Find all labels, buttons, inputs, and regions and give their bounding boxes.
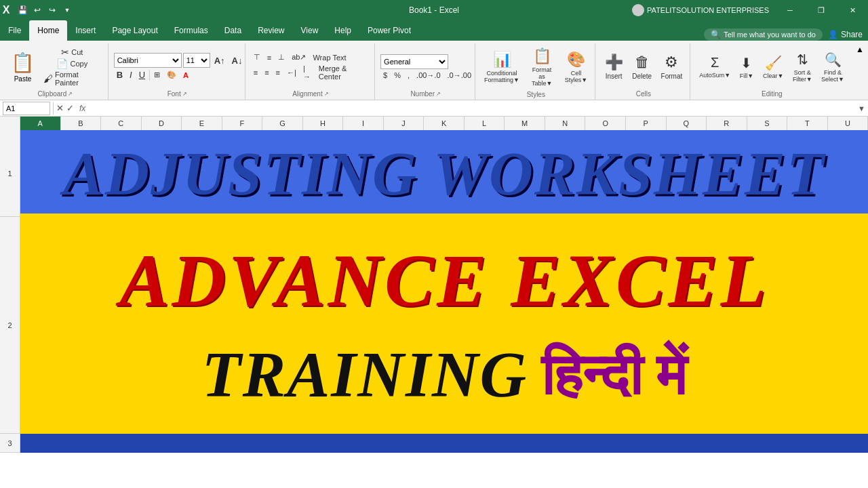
blue-banner-cell[interactable]: ADJUSTING WORKSHEET xyxy=(20,130,868,217)
conditional-formatting-button[interactable]: 📊 ConditionalFormatting▼ xyxy=(481,48,523,86)
tab-power-pivot[interactable]: Power Pivot xyxy=(359,20,419,41)
orientation-button[interactable]: ab↗ xyxy=(289,52,309,62)
format-painter-button[interactable]: 🖌 Format Painter xyxy=(41,70,104,87)
search-icon: 🔍 xyxy=(711,30,721,39)
align-center-button[interactable]: ≡ xyxy=(262,68,271,77)
font-expand-icon[interactable]: ↗ xyxy=(182,91,187,97)
col-header-o[interactable]: O xyxy=(585,117,626,130)
tab-view[interactable]: View xyxy=(293,20,327,41)
increase-decimal-button[interactable]: .0→.00 xyxy=(445,70,474,80)
col-header-m[interactable]: M xyxy=(505,117,545,130)
increase-indent-button[interactable]: |→ xyxy=(300,64,315,81)
cancel-formula-icon[interactable]: ✕ xyxy=(56,103,64,113)
col-header-d[interactable]: D xyxy=(142,117,182,130)
close-button[interactable]: ✕ xyxy=(837,1,868,20)
col-header-p[interactable]: P xyxy=(626,117,667,130)
col-header-u[interactable]: U xyxy=(828,117,868,130)
confirm-formula-icon[interactable]: ✓ xyxy=(66,103,74,113)
sort-filter-button[interactable]: ⇅ Sort &Filter▼ xyxy=(789,49,816,85)
font-name-select[interactable]: Calibri xyxy=(114,53,182,68)
decrease-decimal-button[interactable]: .00→.0 xyxy=(414,70,443,80)
copy-button[interactable]: 📄 Copy xyxy=(41,58,104,69)
decrease-indent-button[interactable]: ←| xyxy=(284,68,299,77)
align-right-button[interactable]: ≡ xyxy=(273,68,283,77)
align-top-button[interactable]: ⊤ xyxy=(251,52,263,62)
tab-file[interactable]: File xyxy=(0,20,29,41)
formula-expand-icon[interactable]: ▼ xyxy=(858,104,865,113)
format-table-button[interactable]: 📋 Format asTable▼ xyxy=(525,45,559,89)
share-button[interactable]: 👤 Share xyxy=(828,30,863,39)
tab-formulas[interactable]: Formulas xyxy=(166,20,216,41)
merge-center-button[interactable]: Merge & Center xyxy=(316,64,370,81)
insert-button[interactable]: ➕ Insert xyxy=(601,51,627,83)
decrease-font-button[interactable]: A↓ xyxy=(229,55,245,66)
blue-bottom-bar[interactable] xyxy=(20,434,868,453)
col-header-g[interactable]: G xyxy=(262,117,303,130)
col-header-k[interactable]: K xyxy=(424,117,465,130)
tab-insert[interactable]: Insert xyxy=(67,20,104,41)
align-left-button[interactable]: ≡ xyxy=(251,68,260,77)
clear-button[interactable]: 🧹 Clear▼ xyxy=(760,52,787,82)
col-header-j[interactable]: J xyxy=(384,117,425,130)
increase-font-button[interactable]: A↑ xyxy=(212,55,228,66)
col-header-c[interactable]: C xyxy=(101,117,142,130)
col-header-f[interactable]: F xyxy=(222,117,263,130)
row-num-2: 2 xyxy=(0,217,20,434)
tell-me-bar[interactable]: 🔍 Tell me what you want to do xyxy=(704,28,823,41)
comma-button[interactable]: , xyxy=(405,70,412,80)
col-header-e[interactable]: E xyxy=(182,117,222,130)
format-button[interactable]: ⚙ Format xyxy=(657,51,686,83)
col-header-r[interactable]: R xyxy=(707,117,747,130)
wrap-text-button[interactable]: Wrap Text xyxy=(310,53,349,62)
number-expand-icon[interactable]: ↗ xyxy=(436,91,441,97)
alignment-expand-icon[interactable]: ↗ xyxy=(324,91,329,97)
fill-color-button[interactable]: 🎨 xyxy=(164,70,179,80)
tab-data[interactable]: Data xyxy=(216,20,250,41)
customize-qat[interactable]: ▼ xyxy=(61,4,73,16)
italic-button[interactable]: I xyxy=(127,69,135,81)
styles-group: 📊 ConditionalFormatting▼ 📋 Format asTabl… xyxy=(477,43,595,100)
formula-input[interactable] xyxy=(91,102,855,115)
col-header-l[interactable]: L xyxy=(465,117,505,130)
align-bottom-button[interactable]: ⊥ xyxy=(275,52,288,62)
underline-button[interactable]: U xyxy=(136,69,148,81)
col-header-n[interactable]: N xyxy=(545,117,586,130)
tab-home[interactable]: Home xyxy=(29,20,67,41)
minimize-button[interactable]: ─ xyxy=(774,1,806,20)
find-select-button[interactable]: 🔍 Find &Select▼ xyxy=(818,49,848,85)
save-button[interactable]: 💾 xyxy=(16,4,28,16)
restore-button[interactable]: ❐ xyxy=(806,1,837,20)
tab-review[interactable]: Review xyxy=(250,20,292,41)
align-middle-button[interactable]: ≡ xyxy=(264,53,274,62)
col-header-a[interactable]: A xyxy=(20,117,61,130)
company-icon xyxy=(632,4,644,16)
font-color-button[interactable]: A xyxy=(180,70,191,80)
col-header-t[interactable]: T xyxy=(787,117,828,130)
col-header-q[interactable]: Q xyxy=(667,117,707,130)
name-box[interactable]: A1 xyxy=(3,102,50,115)
col-header-s[interactable]: S xyxy=(747,117,788,130)
col-header-b[interactable]: B xyxy=(61,117,102,130)
bold-button[interactable]: B xyxy=(114,69,125,81)
redo-button[interactable]: ↪ xyxy=(46,4,58,16)
undo-button[interactable]: ↩ xyxy=(31,4,43,16)
fill-button[interactable]: ⬇ Fill▼ xyxy=(736,52,757,82)
paste-button[interactable]: 📋 Paste xyxy=(7,45,39,89)
currency-button[interactable]: $ xyxy=(380,70,390,80)
cut-button[interactable]: ✂ Cut xyxy=(41,47,104,58)
clipboard-expand-icon[interactable]: ↗ xyxy=(68,91,73,97)
percent-button[interactable]: % xyxy=(391,70,403,80)
autosum-button[interactable]: Σ AutoSum▼ xyxy=(696,52,733,81)
border-button[interactable]: ⊞ xyxy=(151,70,163,80)
tab-help[interactable]: Help xyxy=(326,20,359,41)
cell-styles-button[interactable]: 🎨 CellStyles▼ xyxy=(561,48,591,86)
font-size-select[interactable]: 11 xyxy=(183,53,210,68)
tab-page-layout[interactable]: Page Layout xyxy=(104,20,165,41)
collapse-ribbon-button[interactable]: ▲ xyxy=(854,43,865,100)
col-header-i[interactable]: I xyxy=(343,117,384,130)
paste-label: Paste xyxy=(14,75,32,83)
col-header-h[interactable]: H xyxy=(303,117,344,130)
number-format-select[interactable]: General Number Currency Percentage xyxy=(380,54,448,69)
delete-button[interactable]: 🗑 Delete xyxy=(629,51,655,83)
yellow-banner-cell[interactable]: ADVANCE EXCEL TRAINING हिन्दी में xyxy=(20,217,868,434)
